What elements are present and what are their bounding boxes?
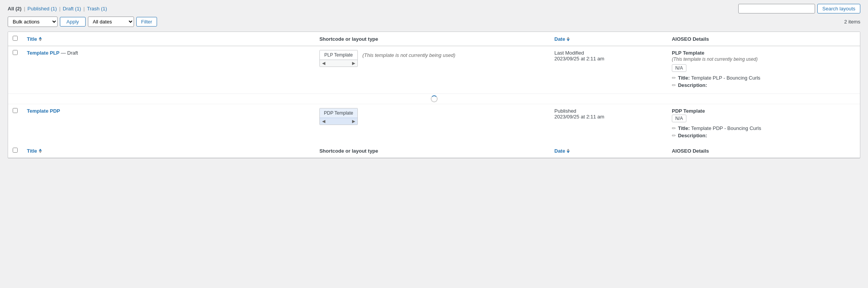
header-checkbox-cell <box>8 32 22 46</box>
actions-left: Bulk actions Apply All dates Filter <box>8 17 157 27</box>
date-sort-icon <box>567 37 570 41</box>
footer-date: Date <box>550 144 667 158</box>
row2-nav-left[interactable]: ◀ <box>322 119 325 124</box>
actions-bar: Bulk actions Apply All dates Filter 2 it… <box>8 17 860 27</box>
search-layouts-button[interactable]: Search layouts <box>817 4 860 13</box>
footer-sort-date-link[interactable]: Date <box>554 148 565 154</box>
row1-date-cell: Last Modified 2023/09/25 at 2:11 am <box>550 46 667 94</box>
row1-pencil-desc-icon: ✏ <box>672 82 676 88</box>
row2-aioseo-type: PDP Template <box>672 108 855 114</box>
row2-checkbox[interactable] <box>13 108 18 113</box>
row1-nav-right[interactable]: ▶ <box>352 61 355 66</box>
row1-title-cell: Template PLP — Draft <box>22 46 315 94</box>
row1-title-link[interactable]: Template PLP — Draft <box>27 50 78 56</box>
filter-published[interactable]: Published (1) <box>28 6 57 12</box>
apply-button[interactable]: Apply <box>60 17 86 27</box>
sep2: | <box>59 6 60 12</box>
footer-checkbox-cell <box>8 144 22 158</box>
row1-date-label: Last Modified <box>554 50 663 56</box>
row1-template-cell: PLP Template ◀ ▶ (This template is not c… <box>319 50 545 67</box>
row1-checkbox[interactable] <box>13 50 18 55</box>
row2-desc-label: Description: <box>678 133 707 138</box>
header-aioseo: AIOSEO Details <box>667 32 860 46</box>
footer-title-sort-icon <box>39 149 42 153</box>
table-row: Template PDP PDP Template ◀ ▶ <box>8 104 860 144</box>
filter-all[interactable]: All (2) <box>8 6 21 12</box>
top-bar: All (2) | Published (1) | Draft (1) | Tr… <box>8 4 860 13</box>
row2-nav-right[interactable]: ▶ <box>352 119 355 124</box>
filter-button[interactable]: Filter <box>136 17 157 27</box>
row1-date-value: 2023/09/25 at 2:11 am <box>554 56 663 62</box>
row1-title-label: Title: <box>678 75 690 81</box>
layouts-table: Title Shortcode or layout type Date <box>8 32 860 158</box>
row2-seo-title-field: ✏ Title: Template PDP - Bouncing Curls <box>672 125 855 131</box>
row2-title-link[interactable]: Template PDP <box>27 108 60 114</box>
row1-template-label: PLP Template <box>320 50 357 60</box>
row2-title-value: Template PDP - Bouncing Curls <box>691 125 761 131</box>
row2-checkbox-cell <box>8 104 22 144</box>
row2-aioseo-cell: PDP Template N/A ✏ Title: Template PDP -… <box>667 104 860 144</box>
row2-template-label: PDP Template <box>320 108 357 118</box>
footer-select-all-checkbox[interactable] <box>13 148 18 153</box>
footer-shortcode: Shortcode or layout type <box>315 144 550 158</box>
row1-seo-desc-field: ✏ Description: <box>672 82 855 88</box>
search-area: Search layouts <box>738 4 860 13</box>
row2-title-cell: Template PDP <box>22 104 315 144</box>
row1-not-used: (This template is not currently being us… <box>362 50 455 58</box>
filter-draft[interactable]: Draft (1) <box>63 6 81 12</box>
row1-shortcode-cell: PLP Template ◀ ▶ (This template is not c… <box>315 46 550 94</box>
page-wrapper: All (2) | Published (1) | Draft (1) | Tr… <box>0 0 868 288</box>
row1-checkbox-cell <box>8 46 22 94</box>
row2-shortcode-cell: PDP Template ◀ ▶ <box>315 104 550 144</box>
row2-na-badge: N/A <box>672 115 686 122</box>
row1-seo-title-field: ✏ Title: Template PLP - Bouncing Curls <box>672 75 855 81</box>
row2-template-box: PDP Template ◀ ▶ <box>319 108 358 125</box>
row2-template-nav: ◀ ▶ <box>320 118 357 125</box>
row1-desc-label: Description: <box>678 82 707 88</box>
table-footer: Title Shortcode or layout type Date <box>8 144 860 158</box>
row1-title-value: Template PLP - Bouncing Curls <box>691 75 760 81</box>
footer-sort-up <box>39 149 42 151</box>
all-dates-select[interactable]: All dates <box>88 17 134 27</box>
table-header: Title Shortcode or layout type Date <box>8 32 860 46</box>
filter-trash[interactable]: Trash (1) <box>87 6 107 12</box>
header-date: Date <box>550 32 667 46</box>
loading-spinner <box>431 95 438 102</box>
row1-aioseo-not-used: (This template is not currently being us… <box>672 57 855 62</box>
items-count: 2 items <box>844 19 860 25</box>
spinner-row <box>8 94 860 104</box>
footer-date-sort-icon <box>567 149 570 153</box>
sort-date-link[interactable]: Date <box>554 36 565 42</box>
row2-date-cell: Published 2023/09/25 at 2:11 am <box>550 104 667 144</box>
footer-aioseo: AIOSEO Details <box>667 144 860 158</box>
footer-title: Title <box>22 144 315 158</box>
footer-date-sort-up <box>567 149 570 151</box>
table-row: Template PLP — Draft PLP Template ◀ ▶ <box>8 46 860 94</box>
row2-seo-desc-field: ✏ Description: <box>672 133 855 138</box>
row2-pencil-desc-icon: ✏ <box>672 133 676 138</box>
sep3: | <box>83 6 84 12</box>
filter-links: All (2) | Published (1) | Draft (1) | Tr… <box>8 6 107 12</box>
search-input[interactable] <box>738 4 815 13</box>
footer-sort-title-link[interactable]: Title <box>27 148 37 154</box>
row2-template-cell: PDP Template ◀ ▶ <box>319 108 545 125</box>
row1-aioseo-cell: PLP Template (This template is not curre… <box>667 46 860 94</box>
sort-title-link[interactable]: Title <box>27 36 37 42</box>
row1-template-nav: ◀ ▶ <box>320 60 357 67</box>
footer-date-sort-down <box>567 151 570 153</box>
row1-template-box: PLP Template ◀ ▶ <box>319 50 358 67</box>
row1-aioseo-type: PLP Template <box>672 50 855 56</box>
row1-na-badge: N/A <box>672 64 686 72</box>
select-all-checkbox[interactable] <box>13 36 18 41</box>
sep1: | <box>24 6 25 12</box>
bulk-actions-select[interactable]: Bulk actions <box>8 17 58 27</box>
title-sort-icon <box>39 37 42 41</box>
row2-pencil-title-icon: ✏ <box>672 125 676 131</box>
sort-down-arrow <box>39 39 42 41</box>
header-shortcode: Shortcode or layout type <box>315 32 550 46</box>
row1-nav-left[interactable]: ◀ <box>322 61 325 66</box>
date-sort-up <box>567 37 570 39</box>
row2-date-label: Published <box>554 108 663 114</box>
date-sort-down <box>567 39 570 41</box>
row2-date-value: 2023/09/25 at 2:11 am <box>554 114 663 120</box>
